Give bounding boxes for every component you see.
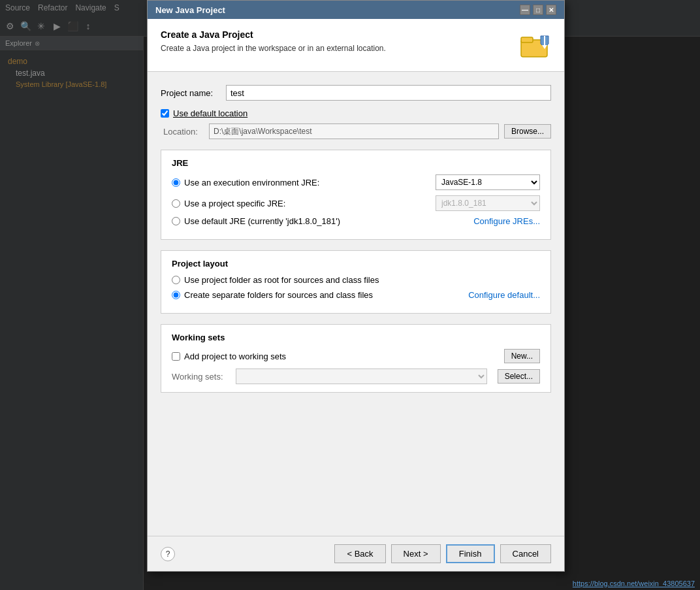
jre-option-1-row: Use an execution environment JRE: JavaSE…	[172, 174, 540, 190]
new-working-set-button[interactable]: New...	[504, 349, 540, 363]
dialog-titlebar: New Java Project — □ ✕	[148, 1, 564, 19]
finish-button[interactable]: Finish	[446, 544, 495, 563]
jre-section-title: JRE	[172, 158, 540, 168]
select-working-set-button[interactable]: Select...	[498, 369, 540, 384]
jre-section: JRE Use an execution environment JRE: Ja…	[161, 150, 551, 240]
jre-default-label: Use default JRE (currently 'jdk1.8.0_181…	[184, 216, 473, 226]
use-default-location-checkbox[interactable]	[161, 109, 169, 118]
configure-default-link[interactable]: Configure default...	[468, 290, 540, 300]
jre-option-2-row: Use a project specific JRE: jdk1.8.0_181	[172, 195, 540, 211]
svg-rect-1	[521, 37, 533, 42]
working-sets-label: Working sets:	[172, 372, 231, 382]
close-button[interactable]: ✕	[546, 5, 556, 15]
cancel-button[interactable]: Cancel	[500, 544, 551, 563]
jre-env-select[interactable]: JavaSE-1.8 JavaSE-11 JavaSE-17	[436, 174, 540, 190]
browse-button[interactable]: Browse...	[504, 124, 551, 139]
dialog-description: Create a Java project in the workspace o…	[161, 44, 386, 53]
working-sets-section: Working sets Add project to working sets…	[161, 324, 551, 393]
project-layout-section: Project layout Use project folder as roo…	[161, 250, 551, 314]
project-name-label: Project name:	[161, 88, 226, 98]
jre-option-3-row: Use default JRE (currently 'jdk1.8.0_181…	[172, 216, 540, 226]
layout-option-1-row: Use project folder as root for sources a…	[172, 275, 540, 285]
dialog-heading: Create a Java Project	[161, 29, 386, 40]
layout-root-label: Use project folder as root for sources a…	[184, 275, 540, 285]
jre-specific-radio[interactable]	[172, 199, 180, 208]
layout-option-2-row: Create separate folders for sources and …	[172, 290, 540, 300]
new-java-project-dialog: New Java Project — □ ✕ Create a Java Pro…	[147, 0, 565, 572]
maximize-button[interactable]: □	[533, 5, 543, 15]
next-button[interactable]: Next >	[391, 544, 441, 563]
layout-separate-radio[interactable]	[172, 291, 180, 299]
layout-separate-label: Create separate folders for sources and …	[184, 290, 468, 300]
jre-specific-select[interactable]: jdk1.8.0_181	[436, 195, 540, 211]
project-layout-title: Project layout	[172, 259, 540, 269]
dialog-titlebar-buttons: — □ ✕	[520, 5, 556, 15]
add-to-working-sets-label: Add project to working sets	[184, 352, 286, 361]
add-to-working-sets-checkbox[interactable]	[172, 352, 180, 361]
configure-jres-link[interactable]: Configure JREs...	[473, 216, 540, 226]
project-name-input[interactable]	[226, 85, 551, 101]
dialog-header: Create a Java Project Create a Java proj…	[148, 19, 564, 72]
watermark: https://blog.csdn.net/weixin_43805637	[573, 580, 695, 587]
dialog-title: New Java Project	[155, 5, 225, 15]
use-default-location-row: Use default location	[161, 108, 551, 118]
minimize-button[interactable]: —	[520, 5, 530, 15]
jre-specific-label: Use a project specific JRE:	[184, 199, 436, 208]
project-name-row: Project name:	[161, 85, 551, 101]
use-default-location-label: Use default location	[173, 108, 247, 118]
jre-env-radio[interactable]	[172, 178, 180, 187]
footer-right: < Back Next > Finish Cancel	[334, 544, 551, 563]
working-sets-row: Working sets: Select...	[172, 369, 540, 384]
jre-env-label: Use an execution environment JRE:	[184, 178, 436, 188]
jre-default-radio[interactable]	[172, 217, 180, 225]
working-sets-title: Working sets	[172, 333, 540, 342]
footer-left: ?	[161, 547, 175, 561]
dialog-header-text: Create a Java Project Create a Java proj…	[161, 29, 386, 53]
dialog-body: Project name: Use default location Locat…	[148, 72, 564, 536]
help-button[interactable]: ?	[161, 547, 175, 561]
back-button[interactable]: < Back	[334, 544, 385, 563]
dialog-footer: ? < Back Next > Finish Cancel	[148, 536, 564, 571]
location-input[interactable]	[209, 123, 499, 139]
working-sets-select[interactable]	[236, 369, 487, 384]
layout-root-radio[interactable]	[172, 276, 180, 284]
dialog-header-icon	[520, 29, 551, 61]
location-label: Location:	[163, 127, 209, 137]
location-row: Location: Browse...	[161, 123, 551, 139]
add-to-working-sets-row: Add project to working sets	[172, 352, 286, 361]
